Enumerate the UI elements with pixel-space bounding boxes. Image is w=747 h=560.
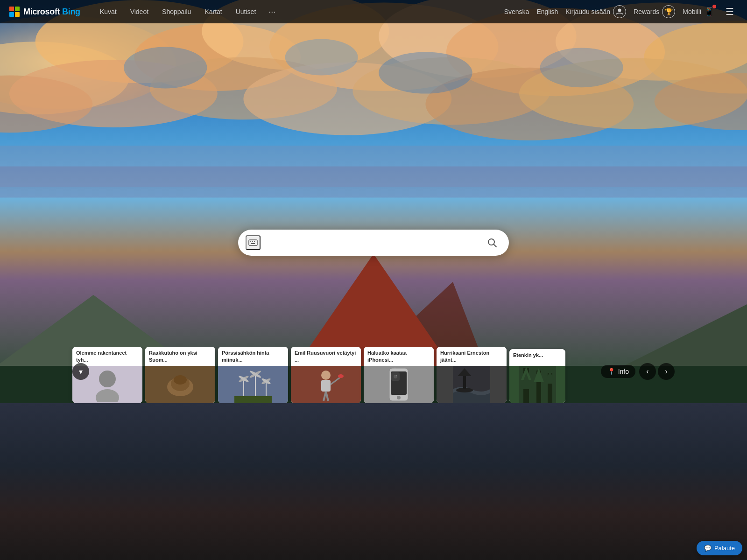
mobile-label: Mobilli [683,8,701,15]
svg-point-21 [540,48,623,88]
rewards-button[interactable]: Rewards 🏆 [634,5,675,18]
svg-rect-25 [249,240,257,245]
mobile-icon: 📱 [704,7,714,16]
nav-videot[interactable]: Videot [125,5,154,18]
svg-point-24 [618,9,621,12]
info-label: Info [618,368,629,375]
brand-name: Microsoft Bing [23,7,80,17]
feedback-label: Palaute [714,545,735,552]
logo-blue [9,12,14,17]
svg-rect-46 [234,396,272,403]
svg-rect-27 [252,241,253,242]
svg-rect-26 [250,241,251,242]
nav-arrows: ‹ › [639,363,675,380]
hamburger-button[interactable]: ☰ [722,4,738,19]
svg-rect-28 [254,241,255,242]
logo-red [9,7,14,11]
nav-links: Kuvat Videot Shoppailu Kartat Uutiset ··… [94,5,504,19]
navbar-right: Svenska English Kirjaudu sisään Rewards … [504,4,738,19]
search-bar [238,230,509,256]
search-container [238,230,509,256]
svg-point-19 [285,39,358,76]
right-controls: 📍 Info ‹ › [601,363,675,380]
feedback-icon: 💬 [704,545,712,552]
collapse-button[interactable]: ▾ [72,363,89,380]
svg-point-20 [379,52,472,93]
nav-english[interactable]: English [536,8,558,15]
next-icon: › [665,367,667,376]
svg-point-18 [124,47,207,88]
controls-row: ▾ 📍 Info ‹ › [72,363,675,380]
mobile-icon-wrap: 📱 [704,7,714,17]
info-icon: 📍 [607,368,615,375]
svg-rect-23 [0,167,747,198]
rewards-label: Rewards [634,8,659,15]
keyboard-button[interactable] [246,235,261,250]
svg-line-31 [493,244,496,247]
water-band [0,403,747,560]
prev-button[interactable]: ‹ [639,363,656,380]
svg-point-33 [96,389,119,402]
nav-kartat[interactable]: Kartat [199,5,227,18]
nav-svenska[interactable]: Svenska [504,8,529,15]
nav-more[interactable]: ··· [264,5,280,19]
logo-yellow [15,12,20,17]
account-label: Kirjaudu sisään [565,8,610,15]
microsoft-logo [9,7,20,17]
search-button[interactable] [483,233,501,252]
nav-uutiset[interactable]: Uutiset [230,5,262,18]
brand-bing: Bing [62,7,80,16]
account-icon [613,5,626,18]
svg-rect-48 [321,380,331,392]
logo-green [15,7,20,11]
rewards-icon: 🏆 [662,5,675,18]
account-button[interactable]: Kirjaudu sisään [565,5,626,18]
prev-icon: ‹ [646,367,648,376]
collapse-icon: ▾ [79,367,83,376]
search-input[interactable] [264,238,483,248]
svg-rect-29 [251,243,255,244]
brand-logo[interactable]: Microsoft Bing [9,7,80,17]
svg-line-50 [326,392,328,401]
feedback-button[interactable]: 💬 Palaute [697,541,742,555]
svg-point-55 [397,396,401,399]
nav-kuvat[interactable]: Kuvat [94,5,122,18]
next-button[interactable]: › [658,363,675,380]
mobile-badge [712,5,716,8]
mobile-button[interactable]: Mobilli 📱 [683,7,714,17]
info-button[interactable]: 📍 Info [601,365,635,378]
navbar: Microsoft Bing Kuvat Videot Shoppailu Ka… [0,0,747,23]
nav-shoppailu[interactable]: Shoppailu [156,5,197,18]
